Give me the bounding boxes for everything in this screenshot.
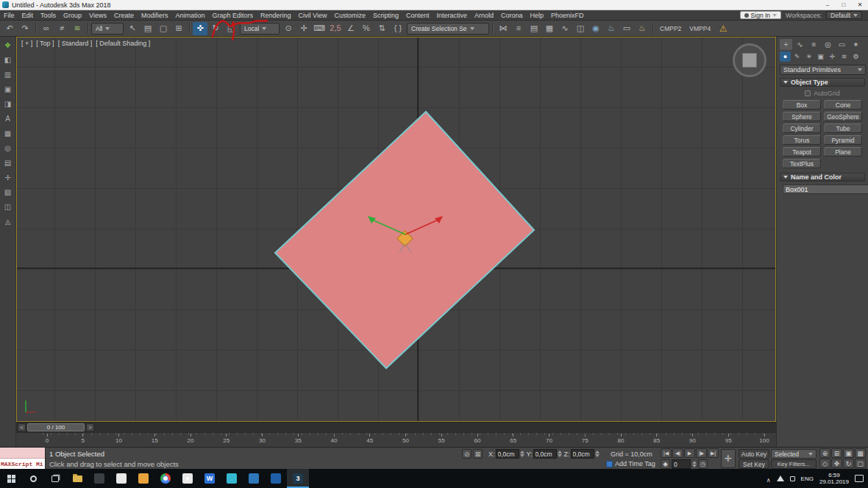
ruler-tick[interactable]: 5 — [79, 434, 88, 447]
action-center-button[interactable] — [855, 475, 864, 482]
ruler-tick[interactable]: 80 — [616, 434, 625, 447]
select-by-name-icon[interactable]: ▤ — [140, 22, 155, 35]
unlink-selection-icon[interactable]: ≠ — [54, 22, 69, 35]
utilities-tab[interactable]: ✶ — [850, 39, 862, 50]
left-toolbar-icon-10[interactable]: ✛ — [2, 173, 14, 183]
menu-animation[interactable]: Animation — [171, 10, 208, 20]
taskbar-app-7[interactable] — [221, 469, 243, 488]
cameras-category[interactable]: ▣ — [815, 51, 826, 62]
file-explorer-button[interactable] — [66, 469, 88, 488]
selection-set-dropdown[interactable]: Selected — [771, 449, 817, 459]
taskbar-app-8[interactable] — [243, 469, 265, 488]
language-indicator[interactable]: ENG — [801, 476, 814, 482]
shapes-category[interactable]: ✎ — [791, 51, 803, 62]
warning-icon[interactable]: ⚠ — [716, 22, 730, 35]
menu-arnold[interactable]: Arnold — [471, 10, 497, 20]
show-hidden-icons-button[interactable]: ∧ — [766, 473, 771, 484]
primitives-dropdown[interactable]: Standard Primitives — [780, 65, 866, 75]
sphere-button[interactable]: Sphere — [783, 112, 821, 121]
object-type-rollout[interactable]: Object Type — [780, 78, 865, 87]
next-frame-button[interactable]: |▶ — [696, 448, 707, 458]
coord-input[interactable] — [496, 449, 519, 459]
undo-icon[interactable]: ↶ — [2, 22, 17, 35]
network-button[interactable] — [777, 476, 784, 481]
spinner-icon[interactable] — [520, 451, 524, 457]
taskbar-app-chrome[interactable] — [154, 469, 177, 488]
spacewarps-category[interactable]: ≋ — [839, 51, 850, 62]
left-toolbar-icon-13[interactable]: ◬ — [2, 217, 14, 227]
pan-icon[interactable]: ✥ — [831, 459, 842, 468]
menu-customize[interactable]: Customize — [330, 10, 369, 20]
mirror-icon[interactable]: ⋈ — [496, 22, 511, 35]
ruler-tick[interactable]: 55 — [437, 434, 446, 447]
ruler-tick[interactable]: 65 — [509, 434, 518, 447]
taskbar-app-2[interactable] — [110, 469, 132, 488]
helpers-category[interactable]: ✛ — [827, 51, 838, 62]
left-toolbar-icon-12[interactable]: ◫ — [2, 202, 14, 212]
taskbar-app-3dsmax[interactable]: 3 — [287, 469, 309, 488]
box-button[interactable]: Box — [783, 100, 821, 110]
viewport-pov-menu[interactable]: [ Top ] — [36, 40, 54, 47]
ruler-tick[interactable]: 20 — [186, 434, 195, 447]
menu-interactive[interactable]: Interactive — [433, 10, 471, 20]
name-color-rollout[interactable]: Name and Color — [780, 173, 865, 182]
cone-button[interactable]: Cone — [824, 100, 862, 110]
motion-tab[interactable]: ◎ — [822, 39, 834, 50]
redo-icon[interactable]: ↷ — [18, 22, 32, 35]
plane-button[interactable]: Plane — [824, 147, 862, 157]
lights-category[interactable]: ☀ — [803, 51, 814, 62]
timeline-ruler[interactable]: 0 5 10 15 20 25 — [16, 432, 776, 447]
coord-input[interactable] — [571, 449, 594, 459]
menu-rendering[interactable]: Rendering — [257, 10, 295, 20]
ruler-tick[interactable]: 45 — [366, 434, 374, 447]
select-and-move-icon[interactable]: ✜ — [193, 22, 207, 35]
menu-views[interactable]: Views — [85, 10, 110, 20]
teapot-button[interactable]: Teapot — [783, 147, 821, 157]
named-selection-dropdown[interactable]: Create Selection Se — [407, 23, 489, 35]
ruler-tick[interactable]: 15 — [150, 434, 159, 447]
rendered-frame-icon[interactable]: ▭ — [619, 22, 634, 35]
taskbar-app-5[interactable]: e — [177, 469, 199, 488]
maximize-viewport-icon[interactable]: ▢ — [855, 459, 866, 468]
minimize-button[interactable]: – — [819, 0, 836, 10]
left-toolbar-icon-1[interactable]: ❖ — [2, 40, 14, 51]
align-icon[interactable]: ≡ — [511, 22, 526, 35]
scene-explorer-icon[interactable]: ▦ — [542, 22, 557, 35]
menu-group[interactable]: Group — [60, 10, 85, 20]
layer-manager-icon[interactable]: ▤ — [527, 22, 541, 35]
spinner-icon[interactable] — [595, 451, 600, 457]
go-to-start-button[interactable]: |◀ — [661, 448, 672, 458]
left-toolbar-icon-3[interactable]: ▥ — [2, 70, 14, 80]
render-setup-icon[interactable]: ♨ — [604, 22, 619, 35]
left-toolbar-icon-2[interactable]: ◧ — [2, 55, 14, 65]
go-to-end-button[interactable]: ▶| — [708, 448, 719, 458]
spinner-snap-icon[interactable]: ⇅ — [374, 22, 389, 35]
schematic-view-icon[interactable]: ◫ — [573, 22, 588, 35]
taskbar-app-9[interactable] — [265, 469, 287, 488]
ruler-tick[interactable]: 35 — [294, 434, 302, 447]
menu-tools[interactable]: Tools — [37, 10, 60, 20]
left-toolbar-icon-6[interactable]: A — [2, 114, 14, 124]
geometry-category[interactable]: ● — [780, 51, 791, 62]
viewcube-top-face[interactable] — [742, 53, 757, 68]
ruler-tick[interactable]: 75 — [580, 434, 589, 447]
keyboard-override-icon[interactable]: ⌨ — [312, 22, 327, 35]
viewcube[interactable] — [733, 43, 766, 77]
menu-civil-view[interactable]: Civil View — [295, 10, 331, 20]
ruler-tick[interactable]: 40 — [330, 434, 338, 447]
object-name-field[interactable] — [783, 184, 868, 194]
spinner-icon[interactable] — [692, 461, 697, 467]
menu-file[interactable]: File — [0, 10, 18, 20]
menu-scripting[interactable]: Scripting — [369, 10, 402, 20]
pyramid-button[interactable]: Pyramid — [824, 135, 862, 145]
fov-icon[interactable]: ◇ — [819, 459, 830, 468]
taskbar-app-1[interactable] — [88, 469, 110, 488]
left-toolbar-icon-7[interactable]: ▦ — [2, 129, 14, 139]
taskbar-app-3[interactable] — [132, 469, 154, 488]
left-toolbar-icon-8[interactable]: ◎ — [2, 143, 14, 154]
rectangular-selection-icon[interactable]: ▢ — [156, 22, 171, 35]
time-configuration-button[interactable]: ◷ — [698, 459, 708, 469]
viewport-shading-menu[interactable]: [ Default Shading ] — [96, 40, 150, 47]
zoom-all-icon[interactable]: ⊞ — [831, 448, 842, 458]
select-and-scale-icon[interactable]: ◱ — [224, 22, 238, 35]
